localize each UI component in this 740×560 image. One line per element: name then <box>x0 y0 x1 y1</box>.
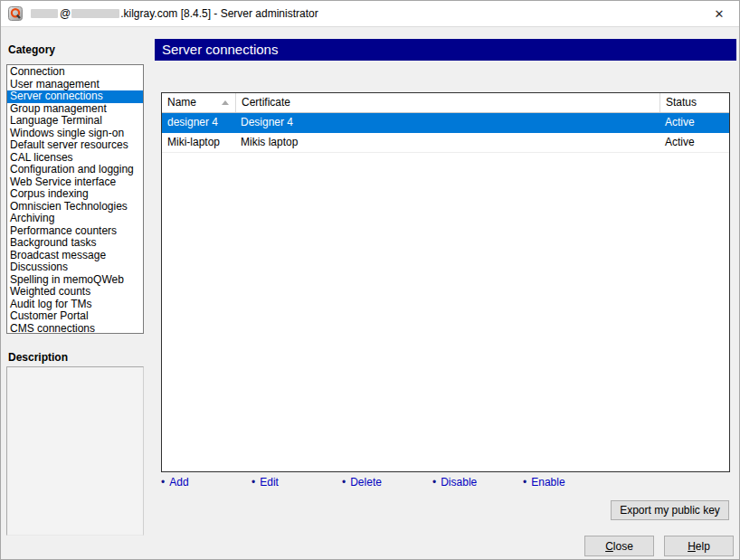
edit-link-label: Edit <box>260 476 279 489</box>
cell-name: Miki-laptop <box>162 133 235 152</box>
category-item-corpus-indexing[interactable]: Corpus indexing <box>7 188 143 201</box>
category-list: Connection User management Server connec… <box>6 64 144 334</box>
titlebar: @.kilgray.com [8.4.5] - Server administr… <box>1 1 739 27</box>
category-item-background-tasks[interactable]: Background tasks <box>7 237 143 250</box>
cell-status: Active <box>659 133 729 152</box>
category-item-omniscien-technologies[interactable]: Omniscien Technologies <box>7 201 143 214</box>
table-header-row: Name Certificate Status <box>162 93 729 113</box>
help-button[interactable]: Help <box>664 536 734 556</box>
close-button[interactable]: Close <box>584 536 654 556</box>
bullet-icon: • <box>342 476 346 489</box>
close-button-mnemonic: C <box>605 540 613 553</box>
help-button-mnemonic: H <box>688 540 696 553</box>
bullet-icon: • <box>523 476 527 489</box>
disable-link-label: Disable <box>441 476 477 489</box>
status-column-label: Status <box>666 96 697 109</box>
disable-link[interactable]: •Disable <box>432 476 519 489</box>
sort-ascending-icon <box>222 100 229 105</box>
close-icon[interactable]: ✕ <box>705 1 734 26</box>
bullet-icon: • <box>251 476 255 489</box>
status-column-header[interactable]: Status <box>659 93 729 112</box>
cell-certificate: Mikis laptop <box>235 133 659 152</box>
category-item-customer-portal[interactable]: Customer Portal <box>7 310 143 323</box>
description-label: Description <box>8 351 68 364</box>
certificate-column-header[interactable]: Certificate <box>235 93 659 112</box>
category-item-connection[interactable]: Connection <box>7 66 143 79</box>
category-item-language-terminal[interactable]: Language Terminal <box>7 115 143 128</box>
title-at-symbol: @ <box>60 7 71 20</box>
enable-link[interactable]: •Enable <box>523 476 610 489</box>
memoq-app-icon <box>8 6 23 21</box>
category-item-cal-licenses[interactable]: CAL licenses <box>7 152 143 165</box>
category-item-archiving[interactable]: Archiving <box>7 213 143 225</box>
bullet-icon: • <box>432 476 436 489</box>
category-item-user-management[interactable]: User management <box>7 79 143 91</box>
category-item-discussions[interactable]: Discussions <box>7 261 143 274</box>
category-item-configuration-and-logging[interactable]: Configuration and logging <box>7 164 143 176</box>
description-panel <box>6 366 144 536</box>
redacted-servername <box>71 9 119 18</box>
delete-link[interactable]: •Delete <box>342 476 429 489</box>
category-item-performance-counters[interactable]: Performance counters <box>7 225 143 238</box>
cell-name: designer 4 <box>162 113 235 132</box>
page-title: Server connections <box>155 39 736 61</box>
category-item-audit-log-for-tms[interactable]: Audit log for TMs <box>7 299 143 311</box>
category-item-server-connections[interactable]: Server connections <box>7 90 143 103</box>
title-suffix: .kilgray.com [8.4.5] - Server administra… <box>120 7 318 20</box>
table-row-designer-4[interactable]: designer 4 Designer 4 Active <box>162 113 729 133</box>
category-item-default-server-resources[interactable]: Default server resources <box>7 139 143 152</box>
server-connections-table: Name Certificate Status designer 4 Desig… <box>161 92 730 472</box>
help-button-label: elp <box>696 540 710 553</box>
category-item-web-service-interface[interactable]: Web Service interface <box>7 176 143 189</box>
delete-link-label: Delete <box>350 476 382 489</box>
redacted-username <box>31 9 58 18</box>
name-column-header[interactable]: Name <box>162 93 235 112</box>
add-link[interactable]: •Add <box>161 476 248 489</box>
close-button-label: lose <box>613 540 633 553</box>
enable-link-label: Enable <box>531 476 564 489</box>
category-item-broadcast-message[interactable]: Broadcast message <box>7 250 143 262</box>
category-item-windows-single-sign-on[interactable]: Windows single sign-on <box>7 128 143 140</box>
category-item-spelling-in-memoqweb[interactable]: Spelling in memoQWeb <box>7 274 143 287</box>
add-link-label: Add <box>169 476 188 489</box>
cell-certificate: Designer 4 <box>235 113 659 132</box>
edit-link[interactable]: •Edit <box>251 476 338 489</box>
window-title: @.kilgray.com [8.4.5] - Server administr… <box>31 1 318 26</box>
server-administrator-window: @.kilgray.com [8.4.5] - Server administr… <box>0 0 740 560</box>
export-public-key-button[interactable]: Export my public key <box>611 500 729 520</box>
bullet-icon: • <box>161 476 165 489</box>
cell-status: Active <box>659 113 729 132</box>
name-column-label: Name <box>167 96 196 109</box>
category-item-cms-connections[interactable]: CMS connections <box>7 323 143 335</box>
category-item-weighted-counts[interactable]: Weighted counts <box>7 286 143 299</box>
certificate-column-label: Certificate <box>242 96 290 109</box>
category-label: Category <box>8 43 55 56</box>
table-row-miki-laptop[interactable]: Miki-laptop Mikis laptop Active <box>162 133 729 153</box>
category-item-group-management[interactable]: Group management <box>7 103 143 116</box>
